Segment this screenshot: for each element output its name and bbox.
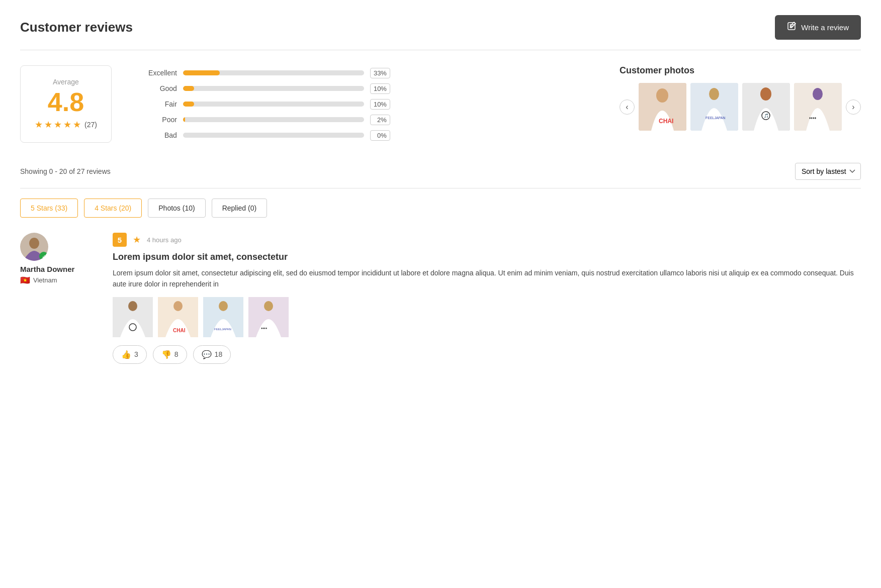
bar-label-0: Excellent (142, 69, 177, 77)
customer-photo-3[interactable]: 🎵 (742, 83, 790, 131)
review-photo-4[interactable]: ♦♦♦♦ (248, 297, 289, 337)
star-2: ★ (44, 119, 52, 130)
like-count: 3 (134, 350, 138, 358)
bar-pct-1: 10% (370, 83, 390, 94)
bar-fill-0 (183, 70, 220, 75)
bar-fill-3 (183, 117, 185, 122)
filter-button-1[interactable]: 4 Stars (20) (84, 199, 142, 218)
bar-row: Fair 10% (142, 99, 589, 110)
star-4: ★ (63, 119, 71, 130)
review-rating-badge: 5 (113, 233, 127, 247)
average-rating-box: Average 4.8 ★ ★ ★ ★ ★ (27) (20, 65, 112, 143)
svg-text:CHAI: CHAI (173, 328, 186, 333)
bar-track-4 (183, 133, 364, 138)
filter-button-0[interactable]: 5 Stars (33) (20, 199, 78, 218)
bar-label-2: Fair (142, 100, 177, 108)
review-star: ★ (133, 234, 141, 245)
comment-button[interactable]: 💬 18 (193, 345, 231, 364)
bar-pct-0: 33% (370, 68, 390, 78)
bar-pct-4: 0% (370, 130, 390, 141)
write-review-icon (787, 21, 797, 34)
showing-count: Showing 0 - 20 of 27 reviews (20, 167, 111, 175)
reviewer-name: Martha Downer (20, 265, 74, 273)
verified-check: ✓ (39, 252, 48, 261)
rating-bars: Excellent 33% Good 10% Fair 10% Poor 2% … (142, 65, 589, 143)
svg-text:♦♦♦♦: ♦♦♦♦ (809, 116, 817, 120)
filter-bar: Showing 0 - 20 of 27 reviews Sort by las… (20, 163, 861, 180)
customer-photos-section: Customer photos ‹ CHAI (620, 65, 861, 143)
filter-buttons: 5 Stars (33)4 Stars (20)Photos (10)Repli… (20, 199, 861, 218)
average-value: 4.8 (35, 89, 97, 115)
average-label: Average (35, 78, 97, 86)
review-content: 5 ★ 4 hours ago Lorem ipsum dolor sit am… (113, 233, 861, 364)
country-flag: 🇻🇳 (20, 275, 30, 285)
reviewer-info: ✓ Martha Downer 🇻🇳 Vietnam (20, 233, 101, 364)
customer-photo-1[interactable]: CHAI (639, 83, 686, 131)
svg-text:♦♦♦♦: ♦♦♦♦ (261, 327, 267, 330)
star-3: ★ (54, 119, 62, 130)
page: Customer reviews Write a review Average … (0, 0, 881, 394)
customer-photo-4[interactable]: ♦♦♦♦ (794, 83, 842, 131)
carousel-prev-button[interactable]: ‹ (620, 100, 635, 115)
bar-track-3 (183, 117, 364, 122)
review-photo-3[interactable]: FEELJAPAN (203, 297, 243, 337)
photos-grid: CHAI FEELJAPAN (639, 83, 842, 131)
star-count: (27) (84, 121, 97, 129)
svg-point-17 (128, 301, 137, 311)
svg-point-5 (709, 88, 719, 100)
review-photo-1[interactable] (113, 297, 153, 337)
bar-label-4: Bad (142, 131, 177, 139)
bar-label-3: Poor (142, 116, 177, 124)
svg-text:FEELJAPAN: FEELJAPAN (706, 116, 726, 120)
star-5: ★ (73, 119, 81, 130)
bar-track-2 (183, 102, 364, 107)
comment-icon: 💬 (202, 350, 212, 359)
bar-pct-3: 2% (370, 115, 390, 125)
svg-text:🎵: 🎵 (764, 113, 769, 118)
review-title: Lorem ipsum dolor sit amet, consectetur (113, 252, 861, 262)
bar-fill-2 (183, 102, 194, 107)
average-stars: ★ ★ ★ ★ ★ (27) (35, 119, 97, 130)
svg-point-26 (264, 301, 273, 311)
action-buttons: 👍 3 👎 8 💬 18 (113, 345, 861, 364)
rating-section: Average 4.8 ★ ★ ★ ★ ★ (27) Excellent 33%… (20, 65, 861, 143)
bar-pct-2: 10% (370, 99, 390, 110)
reviewer-country: 🇻🇳 Vietnam (20, 275, 57, 285)
thumbs-down-icon: 👎 (161, 350, 171, 359)
svg-point-12 (813, 88, 823, 100)
svg-point-2 (656, 88, 668, 103)
header-divider (20, 50, 861, 50)
carousel-next-button[interactable]: › (846, 100, 861, 115)
filter-divider (20, 188, 861, 188)
review-time: 4 hours ago (147, 236, 182, 244)
review-card: ✓ Martha Downer 🇻🇳 Vietnam 5 ★ 4 hours a… (20, 233, 861, 364)
customer-photo-2[interactable]: FEELJAPAN (690, 83, 738, 131)
bar-row: Good 10% (142, 83, 589, 94)
bar-row: Bad 0% (142, 130, 589, 141)
filter-button-2[interactable]: Photos (10) (148, 199, 205, 218)
svg-text:CHAI: CHAI (659, 118, 673, 125)
review-photos: CHAI FEELJAPAN ♦♦♦ (113, 297, 861, 337)
bar-track-0 (183, 70, 364, 75)
bar-track-1 (183, 86, 364, 91)
comment-count: 18 (215, 350, 223, 358)
photos-carousel: ‹ CHAI (620, 83, 861, 131)
write-review-button[interactable]: Write a review (775, 15, 861, 40)
star-1: ★ (35, 119, 43, 130)
sort-select[interactable]: Sort by lastestSort by oldestSort by rat… (795, 163, 861, 180)
reviews-header: Customer reviews Write a review (20, 15, 861, 40)
bar-fill-1 (183, 86, 194, 91)
review-meta: 5 ★ 4 hours ago (113, 233, 861, 247)
svg-point-20 (173, 301, 183, 311)
thumbs-up-icon: 👍 (121, 350, 131, 359)
bar-row: Poor 2% (142, 115, 589, 125)
like-button[interactable]: 👍 3 (113, 345, 147, 364)
svg-point-15 (29, 238, 39, 249)
bar-label-1: Good (142, 84, 177, 92)
review-photo-2[interactable]: CHAI (158, 297, 198, 337)
bar-row: Excellent 33% (142, 68, 589, 78)
dislike-button[interactable]: 👎 8 (153, 345, 187, 364)
svg-text:FEELJAPAN: FEELJAPAN (214, 328, 231, 331)
filter-button-3[interactable]: Replied (0) (212, 199, 267, 218)
page-title: Customer reviews (20, 20, 133, 35)
